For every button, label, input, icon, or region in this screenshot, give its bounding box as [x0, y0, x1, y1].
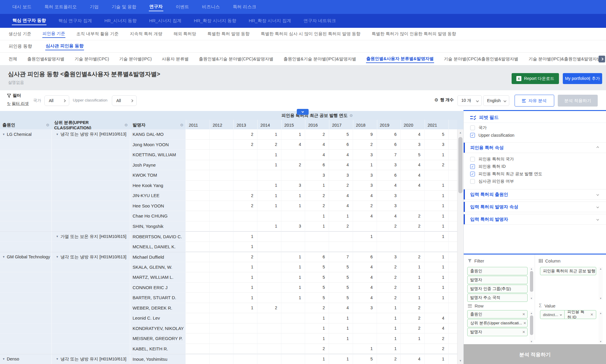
scroll-up-icon[interactable]: ▲ — [599, 311, 603, 315]
language-select[interactable]: English — [483, 95, 509, 106]
column-header[interactable]: 출원인⚙ — [0, 120, 52, 130]
view-tab[interactable]: 출원인별&기술 분야별(CPC)&발명자별 — [199, 55, 274, 63]
row-scrollbar[interactable]: ▲ ▼ — [529, 311, 534, 343]
secondary-nav-item[interactable]: HR_확장 시너지 동향 — [193, 17, 237, 25]
secondary-nav-item[interactable]: HR_시너지 동향 — [104, 17, 137, 25]
scroll-up-icon[interactable]: ▲ — [529, 267, 534, 270]
scroll-down-icon[interactable]: ▼ — [599, 297, 603, 300]
primary-nav-item[interactable]: 대시 보드 — [12, 3, 32, 11]
collapse-triangle-icon[interactable]: ▼ — [56, 133, 59, 136]
scroll-up-icon[interactable]: ▲ — [529, 311, 534, 315]
year-header[interactable]: 2011 — [186, 120, 210, 130]
view-tab[interactable]: 기술 분야별(IPC) — [119, 55, 152, 63]
classification-cell[interactable]: ▼냉각 또는 냉방 유지 [H01M10/613] — [52, 354, 130, 364]
primary-nav-item[interactable]: 이벤트 — [175, 3, 190, 11]
pivot-section-header[interactable]: 입력 특허의 발명자 속성 — [464, 202, 606, 212]
scrollbar-thumb[interactable] — [530, 315, 533, 335]
scrollbar-thumb[interactable] — [458, 137, 462, 193]
filter-chip[interactable]: 발명자 주소 국적 — [467, 294, 528, 302]
criteria-tab[interactable]: 특별한 특허가 많이 인용한 특허의 발명 동향 — [371, 30, 456, 38]
criteria-tab[interactable]: 생산성 기준 — [8, 30, 32, 38]
primary-nav-item[interactable]: 특허 포트폴리오 — [44, 3, 77, 11]
gear-icon[interactable]: ⚙ — [124, 123, 128, 127]
filter-chip[interactable]: 발명자 — [467, 276, 528, 284]
primary-nav-item[interactable]: 기술 및 융합 — [111, 3, 137, 11]
country-dropdown[interactable]: All — [44, 95, 69, 106]
scroll-up-icon[interactable]: ▲ — [457, 130, 463, 135]
apply-analysis-button[interactable]: 분석 적용하기 — [558, 95, 598, 107]
gear-icon[interactable]: ⚙ — [434, 97, 438, 103]
view-tab[interactable]: 출원인별&발명자별 — [27, 55, 65, 63]
classification-cell[interactable]: ▼가열 또는 보온 유지 [H01M10/615] — [52, 231, 130, 242]
primary-nav-item[interactable]: 기업 — [89, 3, 99, 11]
year-header[interactable]: 2015 — [281, 120, 305, 130]
filter-chip[interactable]: 발명자 인종 그룹(추정) — [467, 285, 528, 293]
row-chip[interactable]: 발명자✕ — [467, 328, 528, 336]
gear-icon[interactable]: ⚙ — [46, 123, 49, 127]
checkbox-checked-icon[interactable]: ✓ — [470, 172, 475, 176]
scrollbar-thumb[interactable] — [530, 271, 533, 292]
criteria-tab[interactable]: 해외 특허망 — [173, 30, 196, 38]
report-download-button[interactable]: X Report 다운로드 — [512, 73, 559, 84]
criteria-tab[interactable]: 특별한 특허 발명 동향 — [207, 30, 250, 38]
view-tab[interactable]: 출원인별&사용자 분류별&발명자별 — [366, 55, 434, 63]
pivot-field-checkbox-row[interactable]: 피인용 특허의 국가 — [464, 155, 606, 163]
view-tab[interactable]: 전체 — [8, 55, 17, 63]
criteria-tab[interactable]: 조직 내부적 활용 기준 — [76, 30, 119, 38]
filter-toggle[interactable]: 필터 — [7, 93, 21, 98]
column-header[interactable]: 상위 분류(UPPER CLASSIFICATION)⚙ — [52, 120, 130, 130]
year-header[interactable]: 2012 — [210, 120, 234, 130]
year-header[interactable]: 2019 — [377, 120, 401, 130]
filter-scrollbar[interactable]: ▲ ▼ — [529, 267, 534, 300]
view-tab[interactable]: 기술 분야별(CPC) — [74, 55, 109, 63]
upper-classification-dropdown[interactable]: All — [112, 95, 137, 106]
primary-nav-item[interactable]: 특허 리스크 — [232, 3, 257, 11]
value-scrollbar[interactable]: ▲ ▼ — [599, 311, 603, 343]
collapse-triangle-icon[interactable]: ▼ — [56, 357, 59, 360]
secondary-nav-item[interactable]: 핵심 연구자 집계 — [58, 17, 92, 25]
collapse-triangle-icon[interactable]: ▼ — [2, 255, 5, 258]
year-header[interactable]: 2013 — [233, 120, 257, 130]
year-header[interactable]: 2016 — [305, 120, 329, 130]
pivot-section-header[interactable]: 피인용 특허 속성 — [464, 142, 606, 153]
aggregation-select[interactable]: distinct... — [540, 310, 565, 319]
scroll-up-icon[interactable]: ▲ — [599, 267, 603, 270]
add-to-portfolio-button[interactable]: My portfolio에 추가 — [563, 73, 602, 84]
applicant-cell[interactable]: ▼Denso — [0, 354, 52, 364]
scroll-down-icon[interactable]: ▼ — [599, 340, 603, 343]
column-scrollbar[interactable]: ▲ ▼ — [599, 267, 603, 300]
scroll-down-icon[interactable]: ▼ — [529, 297, 534, 300]
year-header[interactable]: 2014 — [257, 120, 281, 130]
trend-tab[interactable]: 심사관 피인용 동향 — [45, 42, 84, 50]
classification-cell[interactable]: ▼냉각 또는 냉방 유지 [H01M10/613] — [52, 129, 130, 140]
pivot-field-checkbox-row[interactable]: 국가 — [464, 124, 606, 131]
pivot-field-checkbox-row[interactable]: 심사관 피인용 여부 — [464, 178, 606, 185]
checkbox-checked-icon[interactable]: ✓ — [470, 133, 475, 138]
collapse-triangle-icon[interactable]: ▼ — [56, 235, 59, 238]
secondary-nav-item[interactable]: HR_시너지 집계 — [149, 17, 182, 25]
row-count-select[interactable]: 10 개 — [457, 95, 482, 106]
remove-icon[interactable]: ✕ — [522, 330, 525, 334]
year-header[interactable]: 2018 — [353, 120, 377, 130]
primary-nav-item[interactable]: 연구자 — [149, 3, 163, 11]
table-scrollbar[interactable]: ▲ ▼ — [457, 129, 463, 364]
scroll-down-icon[interactable]: ▼ — [529, 340, 534, 343]
row-chip[interactable]: 상위 분류(Upper classificati...✕ — [467, 319, 528, 327]
checkbox-unchecked-icon[interactable] — [470, 157, 475, 162]
column-chip[interactable]: 피인용 특허의 최근 공보 발행 ...✕ — [540, 267, 596, 275]
pivot-field-checkbox-row[interactable]: ✓Upper classification — [464, 131, 606, 139]
view-tab[interactable]: 사용자 분류별 — [162, 55, 189, 63]
row-chip[interactable]: 출원인✕ — [467, 310, 528, 318]
pivot-section-header[interactable]: 입력 특허의 발명자 — [464, 214, 606, 225]
pivot-field-checkbox-row[interactable]: ✓피인용 특허의 최근 공보 발행 연도 — [464, 170, 606, 178]
gear-icon[interactable]: ⚙ — [349, 113, 353, 118]
secondary-nav-item[interactable]: 연구자 네트워크 — [303, 17, 336, 25]
checkbox-unchecked-icon[interactable] — [470, 125, 475, 130]
secondary-nav-item[interactable]: 핵심 연구자 동향 — [12, 17, 46, 25]
remove-icon[interactable]: ✕ — [522, 312, 525, 316]
apply-pivot-button[interactable]: 분석 적용하기 — [464, 344, 606, 364]
view-tab[interactable]: 기술 분야별(CPC)&출원인별&발명자별 — [444, 55, 519, 63]
criteria-tab[interactable]: 피인용 기준 — [42, 30, 66, 38]
collapse-table-button[interactable] — [297, 109, 309, 115]
checkbox-checked-icon[interactable]: ✓ — [470, 164, 475, 169]
